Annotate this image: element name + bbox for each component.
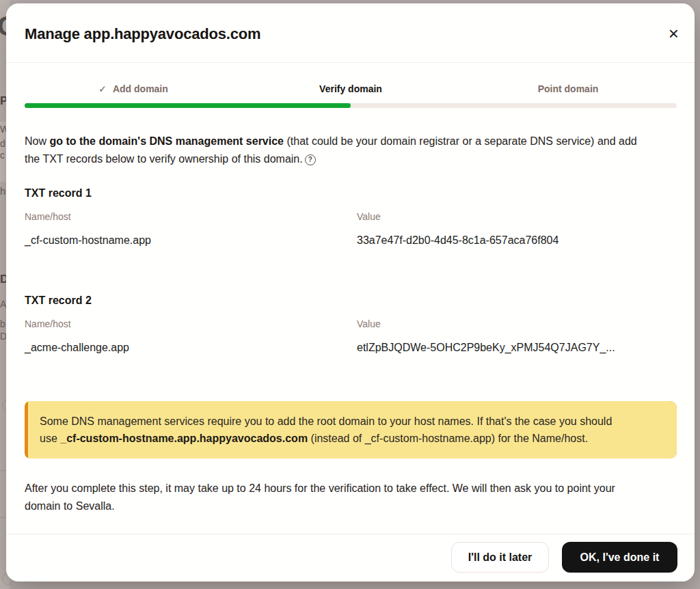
txt-record-1: TXT record 1 Name/host Value _cf-custom-… — [25, 186, 677, 248]
background-text-fragment: d — [0, 138, 5, 149]
record-title: TXT record 1 — [25, 186, 677, 201]
help-icon[interactable]: ? — [305, 154, 316, 165]
record-value: 33a7e47f-d2b0-4d45-8c1a-657aca76f804 — [357, 233, 677, 248]
intro-text: Now go to the domain's DNS management se… — [25, 133, 654, 168]
check-icon: ✓ — [98, 83, 107, 94]
step-point-domain: Point domain — [459, 83, 677, 94]
step-label: Verify domain — [319, 83, 382, 94]
background-text-fragment: A — [0, 299, 6, 310]
record-title: TXT record 2 — [25, 293, 677, 308]
background-text-fragment: h — [0, 185, 5, 197]
progress-bar-fill — [25, 103, 351, 108]
header-divider — [6, 62, 695, 63]
txt-record-2: TXT record 2 Name/host Value _acme-chall… — [25, 293, 677, 355]
background-text-fragment: c — [0, 150, 5, 161]
stepper: ✓Add domain Verify domain Point domain — [25, 83, 677, 94]
later-button[interactable]: I'll do it later — [451, 542, 549, 573]
closing-text: After you complete this step, it may tak… — [25, 480, 630, 515]
footer-divider — [6, 534, 695, 534]
name-host-label: Name/host — [25, 317, 357, 331]
record-name: _acme-challenge.app — [25, 340, 357, 355]
background-text-fragment: b — [0, 318, 5, 329]
value-label: Value — [357, 210, 677, 223]
modal-title: Manage app.happyavocados.com — [25, 25, 260, 43]
record-name: _cf-custom-hostname.app — [25, 233, 357, 248]
step-verify-domain: Verify domain — [242, 83, 459, 94]
value-label: Value — [357, 317, 677, 331]
warning-callout: Some DNS management services require you… — [25, 401, 677, 458]
progress-bar — [25, 103, 677, 108]
close-icon[interactable]: × — [669, 25, 679, 42]
manage-domain-modal: Manage app.happyavocados.com × ✓Add doma… — [6, 3, 695, 581]
step-label: Add domain — [113, 83, 168, 94]
step-add-domain: ✓Add domain — [25, 83, 242, 94]
name-host-label: Name/host — [25, 210, 357, 223]
record-value: etlZpBJQDWe-5OHC2P9beKy_xPMJ54Q7JAG7Y_..… — [357, 340, 677, 355]
step-label: Point domain — [538, 83, 599, 94]
ok-button[interactable]: OK, I've done it — [562, 542, 677, 573]
warning-text: Some DNS management services require you… — [28, 401, 677, 458]
